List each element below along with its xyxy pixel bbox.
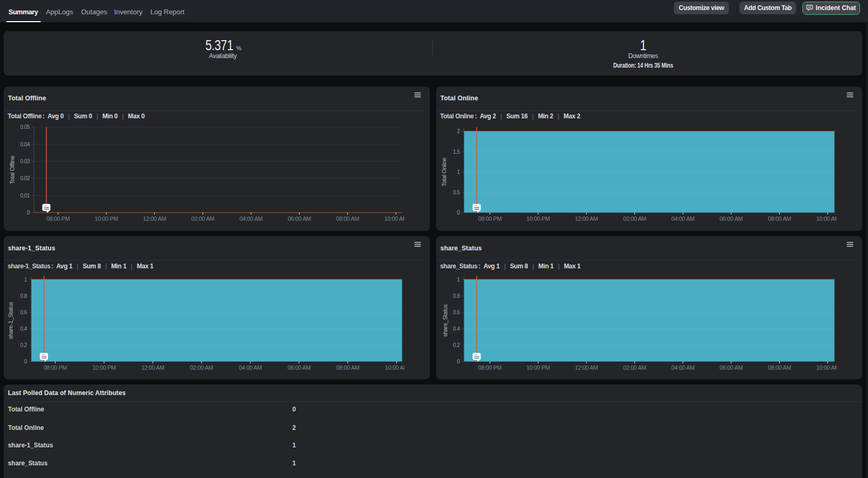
svg-text:0.03: 0.03 [20,158,30,164]
svg-text:0.8: 0.8 [20,293,27,299]
svg-text:0: 0 [27,210,30,215]
svg-text:04:00 AM: 04:00 AM [671,215,695,221]
svg-text:0: 0 [457,210,460,215]
svg-text:08:00 PM: 08:00 PM [478,364,502,371]
svg-text:06:00 AM: 06:00 AM [288,215,311,221]
svg-text:1: 1 [24,277,27,283]
svg-text:06:00 AM: 06:00 AM [288,364,311,371]
svg-text:08:00 AM: 08:00 AM [336,364,359,371]
svg-text:0.4: 0.4 [20,326,27,332]
svg-text:2: 2 [457,128,460,134]
svg-text:12:00 AM: 12:00 AM [141,364,164,371]
svg-text:02:00 AM: 02:00 AM [191,215,215,221]
svg-text:08:00 AM: 08:00 AM [768,364,791,371]
svg-text:06:00 AM: 06:00 AM [719,215,743,221]
svg-text:1.5: 1.5 [453,148,460,154]
svg-text:share-1_Status: share-1_Status [8,302,14,339]
svg-text:02:00 AM: 02:00 AM [623,215,647,221]
svg-text:12:00 AM: 12:00 AM [575,364,598,371]
svg-text:0.6: 0.6 [453,310,460,315]
svg-text:04:00 AM: 04:00 AM [239,215,263,221]
svg-text:Total Offline: Total Offline [9,155,15,184]
svg-text:share_Status: share_Status [442,304,448,336]
svg-text:0: 0 [24,359,27,364]
svg-text:12:00 AM: 12:00 AM [575,215,598,221]
svg-text:1: 1 [457,277,460,283]
svg-text:0.01: 0.01 [20,192,30,198]
svg-text:0.05: 0.05 [20,124,30,130]
svg-text:08:00 AM: 08:00 AM [336,215,359,221]
svg-text:12:00 AM: 12:00 AM [143,215,167,221]
svg-text:10:00 PM: 10:00 PM [527,215,550,221]
svg-text:0.02: 0.02 [20,175,30,181]
svg-text:0: 0 [457,359,460,364]
svg-text:10:00 PM: 10:00 PM [527,364,550,371]
svg-text:10:00 AM: 10:00 AM [816,364,837,371]
svg-text:Total Online: Total Online [441,157,447,186]
svg-text:04:00 AM: 04:00 AM [671,364,695,371]
svg-text:10:00 PM: 10:00 PM [95,215,118,221]
svg-text:10:00 AM: 10:00 AM [385,364,404,371]
svg-text:04:00 AM: 04:00 AM [239,364,262,371]
svg-text:0.6: 0.6 [20,310,27,315]
svg-text:10:00 AM: 10:00 AM [816,215,837,221]
svg-text:02:00 AM: 02:00 AM [190,364,213,371]
svg-text:08:00 PM: 08:00 PM [478,215,502,221]
svg-text:0.5: 0.5 [453,189,460,195]
svg-text:08:00 PM: 08:00 PM [47,215,70,221]
svg-text:08:00 AM: 08:00 AM [768,215,791,221]
svg-text:06:00 AM: 06:00 AM [719,364,743,371]
svg-text:0.04: 0.04 [20,141,30,147]
svg-text:0.2: 0.2 [453,342,460,348]
svg-text:10:00 AM: 10:00 AM [384,215,404,221]
svg-text:0.2: 0.2 [20,342,27,348]
svg-text:0.8: 0.8 [453,293,460,299]
svg-text:0.4: 0.4 [453,326,460,332]
svg-text:10:00 PM: 10:00 PM [93,364,116,371]
svg-text:02:00 AM: 02:00 AM [623,364,647,371]
svg-text:1: 1 [457,169,460,175]
svg-text:08:00 PM: 08:00 PM [43,364,67,371]
